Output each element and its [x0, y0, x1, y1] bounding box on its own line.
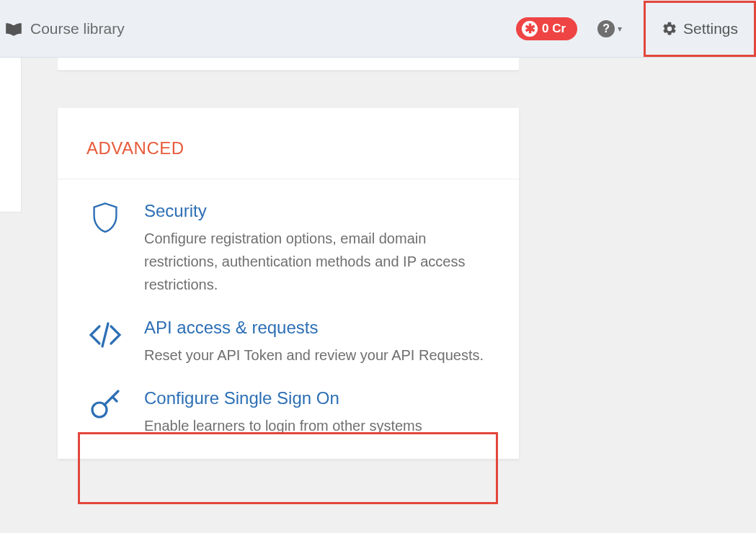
settings-label: Settings [683, 20, 738, 37]
panel-heading: ADVANCED [58, 108, 519, 179]
option-security-desc: Configure registration options, email do… [144, 227, 490, 296]
credits-pill[interactable]: ✱ 0 Cr [516, 17, 577, 40]
course-library-link[interactable]: Course library [0, 20, 125, 37]
advanced-panel: ADVANCED Security Configure registration… [58, 108, 519, 459]
prev-card-edge [58, 58, 519, 71]
code-icon [86, 318, 124, 352]
credits-text: 0 Cr [542, 22, 566, 36]
option-api-title[interactable]: API access & requests [144, 318, 490, 338]
option-sso-desc: Enable learners to login from other syst… [144, 414, 490, 437]
course-library-label: Course library [30, 20, 125, 37]
help-menu[interactable]: ? ▾ [597, 20, 622, 37]
book-icon [4, 21, 23, 37]
settings-button[interactable]: Settings [644, 1, 756, 57]
key-icon [86, 388, 124, 423]
option-security[interactable]: Security Configure registration options,… [58, 179, 519, 296]
option-api-desc: Reset your API Token and review your API… [144, 344, 490, 367]
help-icon: ? [597, 20, 615, 37]
option-sso-title[interactable]: Configure Single Sign On [144, 388, 490, 408]
option-api[interactable]: API access & requests Reset your API Tok… [58, 296, 519, 367]
left-sidebar-stub [0, 58, 22, 212]
asterisk-icon: ✱ [522, 21, 538, 37]
option-sso[interactable]: Configure Single Sign On Enable learners… [58, 367, 519, 437]
gear-icon [662, 21, 677, 37]
caret-down-icon: ▾ [618, 24, 622, 34]
option-security-title[interactable]: Security [144, 201, 490, 221]
topbar: Course library ✱ 0 Cr ? ▾ Settings [0, 0, 756, 58]
shield-icon [86, 201, 124, 236]
